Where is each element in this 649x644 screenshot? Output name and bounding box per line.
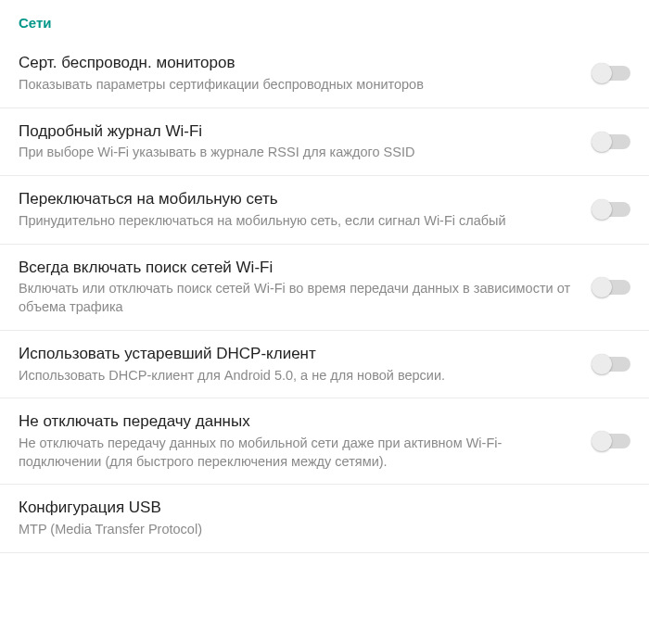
toggle-thumb — [592, 277, 612, 297]
setting-text: Использовать устаревший DHCP-клиент Испо… — [19, 344, 593, 385]
section-header: Сети — [0, 0, 649, 40]
setting-usb-configuration[interactable]: Конфигурация USB MTP (Media Transfer Pro… — [0, 485, 649, 553]
setting-text: Серт. беспроводн. мониторов Показывать п… — [19, 53, 593, 95]
toggle-switch[interactable] — [593, 357, 630, 372]
setting-text: Не отключать передачу данных Не отключат… — [19, 411, 593, 471]
setting-text: Подробный журнал Wi-Fi При выборе Wi-Fi … — [19, 121, 593, 163]
setting-subtitle: Принудительно переключаться на мобильную… — [19, 212, 577, 231]
setting-text: Конфигурация USB MTP (Media Transfer Pro… — [19, 498, 630, 539]
setting-legacy-dhcp[interactable]: Использовать устаревший DHCP-клиент Испо… — [0, 331, 649, 399]
toggle-thumb — [592, 199, 612, 220]
toggle-thumb — [592, 63, 612, 83]
setting-title: Серт. беспроводн. мониторов — [19, 53, 577, 74]
setting-mobile-data-always-on[interactable]: Не отключать передачу данных Не отключат… — [0, 398, 649, 485]
setting-subtitle: При выборе Wi-Fi указывать в журнале RSS… — [19, 144, 577, 162]
setting-text: Переключаться на мобильную сеть Принудит… — [19, 189, 593, 231]
setting-title: Использовать устаревший DHCP-клиент — [19, 344, 577, 365]
setting-always-allow-wifi-roam[interactable]: Всегда включать поиск сетей Wi-Fi Включа… — [0, 245, 649, 331]
setting-title: Конфигурация USB — [19, 498, 614, 519]
toggle-switch[interactable] — [593, 202, 630, 217]
toggle-switch[interactable] — [593, 66, 630, 81]
toggle-thumb — [592, 431, 612, 451]
setting-wifi-verbose-logging[interactable]: Подробный журнал Wi-Fi При выборе Wi-Fi … — [0, 108, 649, 177]
setting-wireless-display-cert[interactable]: Серт. беспроводн. мониторов Показывать п… — [0, 40, 649, 108]
setting-title: Не отключать передачу данных — [19, 411, 577, 433]
setting-aggressive-handover[interactable]: Переключаться на мобильную сеть Принудит… — [0, 176, 649, 245]
setting-title: Всегда включать поиск сетей Wi-Fi — [19, 258, 577, 279]
setting-subtitle: Использовать DHCP-клиент для Android 5.0… — [19, 367, 577, 385]
toggle-switch[interactable] — [593, 434, 630, 448]
setting-text: Всегда включать поиск сетей Wi-Fi Включа… — [19, 258, 593, 317]
setting-subtitle: Показывать параметры сертификации беспро… — [19, 76, 577, 95]
setting-subtitle: Не отключать передачу данных по мобильно… — [19, 435, 577, 471]
setting-title: Подробный журнал Wi-Fi — [19, 121, 577, 143]
setting-subtitle: Включать или отключать поиск сетей Wi-Fi… — [19, 280, 577, 316]
setting-title: Переключаться на мобильную сеть — [19, 189, 577, 210]
setting-subtitle: MTP (Media Transfer Protocol) — [19, 521, 614, 539]
toggle-thumb — [592, 132, 612, 152]
toggle-thumb — [592, 354, 612, 374]
toggle-switch[interactable] — [593, 280, 630, 295]
toggle-switch[interactable] — [593, 134, 630, 149]
